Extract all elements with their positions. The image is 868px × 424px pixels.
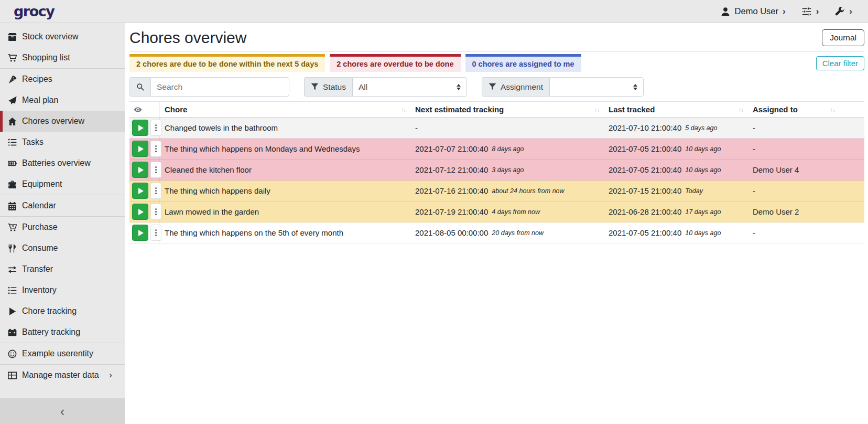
play-icon xyxy=(138,125,144,131)
sidebar-item-meal-plan[interactable]: Meal plan xyxy=(0,90,125,111)
badge-overdue-chores[interactable]: 2 chores are overdue to be done xyxy=(330,54,460,72)
paper-plane-icon xyxy=(7,96,17,105)
box-icon xyxy=(7,33,17,41)
sidebar-item-stock-overview[interactable]: Stock overview xyxy=(0,26,125,47)
assignment-select[interactable] xyxy=(549,77,644,97)
column-header-visibility xyxy=(129,102,160,117)
chore-row: The thing which happens daily 2021-07-16… xyxy=(129,181,864,202)
sidebar-item-chore-tracking[interactable]: Chore tracking xyxy=(0,301,125,322)
journal-button[interactable]: Journal xyxy=(822,29,864,46)
sidebar-item-calendar[interactable]: Calendar xyxy=(0,195,125,216)
sidebar-item-batteries-overview[interactable]: Batteries overview xyxy=(0,153,125,174)
sidebar-item-recipes[interactable]: Recipes xyxy=(0,69,125,90)
sidebar-item-example-userentity[interactable]: Example userentity xyxy=(0,343,125,364)
next-tracking-cell: 2021-07-07 21:00:408 days ago xyxy=(410,139,604,159)
next-tracking-cell: - xyxy=(410,118,604,138)
exchange-icon xyxy=(7,265,17,274)
sliders-icon xyxy=(801,7,812,16)
track-execution-button[interactable] xyxy=(132,225,148,241)
sidebar-item-transfer[interactable]: Transfer xyxy=(0,259,125,280)
eye-icon xyxy=(134,105,142,114)
ellipsis-vertical-icon xyxy=(155,229,157,237)
sidebar-item-label: Example userentity xyxy=(22,349,93,358)
badge-due-chores[interactable]: 2 chores are due to be done within the n… xyxy=(129,54,325,72)
ellipsis-vertical-icon xyxy=(155,208,157,216)
sidebar-item-inventory[interactable]: Inventory xyxy=(0,280,125,301)
chore-name-cell: The thing which happens on the 5th of ev… xyxy=(160,222,410,243)
sidebar-item-label: Equipment xyxy=(22,179,62,189)
home-icon xyxy=(7,117,17,126)
play-icon xyxy=(138,209,144,215)
filter-icon xyxy=(489,83,496,91)
search-group xyxy=(129,77,289,97)
play-icon xyxy=(138,230,144,236)
next-tracking-cell: 2021-07-19 21:00:404 days from now xyxy=(410,202,604,222)
assigned-to-cell: - xyxy=(748,181,864,201)
calendar-icon xyxy=(7,202,17,210)
column-header-next-tracking[interactable]: Next estimated tracking ↑↓ xyxy=(410,102,604,117)
status-addon: Status xyxy=(304,77,352,97)
grocy-logo[interactable]: grocy xyxy=(14,3,54,19)
last-tracked-cell: 2021-07-10 21:00:405 days ago xyxy=(604,118,748,138)
sidebar-item-label: Chore tracking xyxy=(22,306,77,316)
sidebar-item-label: Manage master data xyxy=(22,370,99,380)
sidebar: Stock overview Shopping list Recipes Mea… xyxy=(0,23,125,424)
column-header-last-tracked[interactable]: Last tracked ↑↓ xyxy=(604,102,748,117)
page-title: Chores overview xyxy=(129,29,246,47)
user-icon xyxy=(720,7,731,16)
last-tracked-cell: 2021-07-05 21:00:4010 days ago xyxy=(604,160,748,180)
sidebar-item-consume[interactable]: Consume xyxy=(0,238,125,259)
sidebar-item-label: Chores overview xyxy=(22,116,84,126)
sidebar-item-equipment[interactable]: Equipment xyxy=(0,174,125,195)
sidebar-collapse-button[interactable]: ‹ xyxy=(0,398,125,424)
sidebar-item-shopping-list[interactable]: Shopping list xyxy=(0,47,125,68)
user-menu[interactable]: Demo User › xyxy=(720,6,786,16)
play-icon xyxy=(138,188,144,194)
play-icon xyxy=(138,146,144,152)
assignment-filter-label: Assignment xyxy=(501,82,543,92)
status-select[interactable]: All xyxy=(352,77,467,97)
filters-row: Status All Assignment xyxy=(129,77,864,97)
ellipsis-vertical-icon xyxy=(155,166,157,174)
track-execution-button[interactable] xyxy=(132,204,148,220)
select-caret-icon xyxy=(457,84,461,90)
clear-filter-button[interactable]: Clear filter xyxy=(816,56,864,70)
sidebar-item-chores-overview[interactable]: Chores overview xyxy=(0,111,125,132)
chore-name-cell: The thing which happens on Mondays and W… xyxy=(160,139,410,159)
cart-plus-icon xyxy=(7,223,17,232)
filter-icon xyxy=(311,83,319,91)
badge-assigned-chores[interactable]: 0 chores are assigned to me xyxy=(465,54,581,72)
column-header-assigned-to[interactable]: Assigned to ↑↓ xyxy=(748,102,864,117)
track-execution-button[interactable] xyxy=(132,183,148,199)
sidebar-item-label: Battery tracking xyxy=(22,327,80,337)
chore-row: Changed towels in the bathroom - 2021-07… xyxy=(129,118,864,139)
assignment-addon: Assignment xyxy=(482,77,549,97)
sidebar-item-label: Consume xyxy=(22,243,58,253)
sidebar-item-purchase[interactable]: Purchase xyxy=(0,217,125,238)
search-icon xyxy=(136,83,144,91)
assigned-to-cell: - xyxy=(748,139,864,159)
sort-icon: ↑↓ xyxy=(739,107,743,113)
sidebar-item-label: Recipes xyxy=(22,75,52,84)
assigned-to-cell: Demo User 2 xyxy=(748,202,864,222)
ellipsis-vertical-icon xyxy=(155,145,157,153)
chevron-right-icon: › xyxy=(849,7,852,16)
track-execution-button[interactable] xyxy=(132,162,148,178)
table-icon xyxy=(7,371,17,380)
track-execution-button[interactable] xyxy=(132,141,148,157)
last-tracked-cell: 2021-07-15 21:00:40Today xyxy=(604,181,748,201)
track-execution-button[interactable] xyxy=(132,120,148,136)
settings-menu[interactable]: › xyxy=(801,7,819,16)
sidebar-nav: Stock overview Shopping list Recipes Mea… xyxy=(0,23,125,398)
search-input[interactable] xyxy=(150,77,289,97)
sidebar-item-battery-tracking[interactable]: Battery tracking xyxy=(0,322,125,343)
wrench-icon xyxy=(834,7,845,16)
shopping-cart-icon xyxy=(7,54,17,62)
sidebar-item-tasks[interactable]: Tasks xyxy=(0,132,125,153)
admin-menu[interactable]: › xyxy=(834,7,852,16)
ellipsis-vertical-icon xyxy=(155,187,157,195)
last-tracked-cell: 2021-07-05 21:00:4010 days ago xyxy=(604,222,748,243)
column-header-chore[interactable]: Chore ↑↓ xyxy=(160,102,410,117)
play-icon xyxy=(7,307,17,316)
sidebar-item-manage-master-data[interactable]: Manage master data › xyxy=(0,365,125,386)
